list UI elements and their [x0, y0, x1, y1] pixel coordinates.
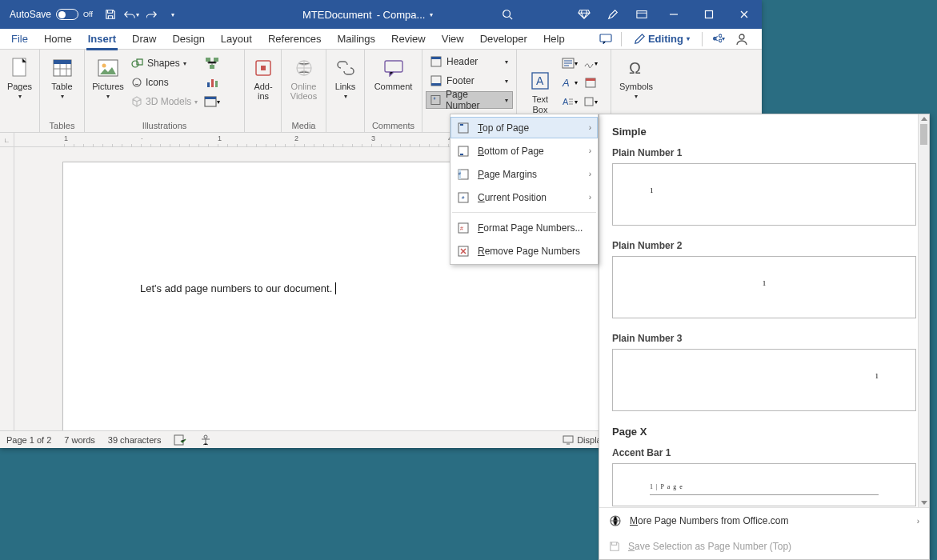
tab-help[interactable]: Help [535, 29, 573, 50]
accessibility-icon[interactable] [199, 434, 212, 446]
table-button[interactable]: Table ▾ [45, 53, 79, 103]
svg-rect-40 [174, 435, 183, 445]
tab-design[interactable]: Design [164, 29, 212, 50]
tab-file[interactable]: File [3, 29, 36, 50]
header-button[interactable]: Header▾ [426, 53, 513, 70]
page-number-button[interactable]: #Page Number▾ [426, 91, 513, 109]
comment-label: Comment [374, 82, 413, 91]
svg-point-41 [204, 435, 207, 438]
gallery-item-plain-number-3[interactable]: 1 [612, 349, 916, 411]
save-icon[interactable] [101, 5, 120, 24]
share-button[interactable]: ▾ [707, 30, 728, 48]
svg-rect-18 [215, 81, 218, 87]
ribbon-options-icon[interactable] [627, 0, 656, 29]
signature-button[interactable]: ▾ [581, 54, 600, 72]
spellcheck-icon[interactable] [174, 434, 186, 446]
status-page[interactable]: Page 1 of 2 [6, 435, 51, 445]
editing-label: Editing [648, 33, 683, 45]
autosave-toggle[interactable]: AutoSave Off [10, 9, 93, 20]
gallery-item-plain-number-2[interactable]: 1 [612, 256, 916, 318]
diamond-icon[interactable] [570, 0, 599, 29]
group-media: Online Videos Media [282, 50, 326, 132]
chevron-down-icon: ▾ [687, 35, 690, 42]
close-button[interactable] [727, 0, 762, 29]
menu-bottom-of-page[interactable]: Bottom of Page › [450, 139, 598, 162]
addins-button[interactable]: Add- ins [250, 53, 277, 104]
wordart-button[interactable]: A▾ [560, 74, 579, 91]
scroll-up-arrow[interactable] [919, 114, 929, 124]
document-title: MTEDocument [302, 9, 372, 21]
minimize-button[interactable] [656, 0, 691, 29]
gallery-scroll[interactable]: Simple Plain Number 1 1 Plain Number 2 1… [599, 114, 929, 507]
object-button[interactable]: ▾ [581, 93, 600, 110]
menu-remove-page-numbers[interactable]: Remove Page Numbers [450, 239, 598, 262]
menu-format-page-numbers[interactable]: # Format Page Numbers... [450, 216, 598, 239]
dropcap-button[interactable]: A▾ [560, 93, 579, 110]
tab-layout[interactable]: Layout [213, 29, 260, 50]
maximize-button[interactable] [691, 0, 727, 29]
datetime-button[interactable] [581, 74, 600, 91]
menu-current-position[interactable]: # Current Position › [450, 186, 598, 209]
status-words[interactable]: 7 words [64, 435, 95, 445]
gallery-item-accent-bar-1[interactable]: 1 | P a g e [612, 463, 916, 506]
account-icon[interactable] [731, 30, 752, 48]
tab-developer[interactable]: Developer [472, 29, 535, 50]
chevron-right-icon: › [589, 146, 591, 155]
chevron-right-icon: › [917, 517, 919, 526]
3d-models-button[interactable]: 3D Models▾ [128, 93, 201, 110]
gallery-item-plain-number-1[interactable]: 1 [612, 163, 916, 226]
tab-home[interactable]: Home [36, 29, 80, 50]
qat-customize[interactable]: ▾ [163, 5, 182, 24]
gallery-item-label: Accent Bar 1 [612, 447, 916, 458]
icons-button[interactable]: Icons [128, 74, 201, 91]
links-button[interactable]: Links ▾ [331, 53, 359, 103]
chevron-right-icon: › [589, 123, 591, 132]
svg-rect-15 [210, 65, 214, 69]
tab-insert[interactable]: Insert [80, 29, 124, 50]
comment-button[interactable]: Comment [370, 53, 417, 94]
pages-button[interactable]: Pages ▾ [5, 53, 34, 103]
pictures-button[interactable]: Pictures ▾ [90, 53, 126, 103]
tab-draw[interactable]: Draw [124, 29, 164, 50]
tab-view[interactable]: View [434, 29, 472, 50]
scroll-down-arrow[interactable] [919, 498, 929, 507]
menu-top-of-page[interactable]: Top of Page › [450, 117, 598, 138]
shapes-button[interactable]: Shapes▾ [128, 54, 201, 72]
header-icon [430, 56, 442, 67]
chart-button[interactable] [202, 74, 222, 91]
chevron-down-icon: ▾ [344, 93, 347, 100]
comments-pane-icon[interactable] [595, 30, 616, 48]
format-icon: # [457, 222, 470, 234]
online-videos-button[interactable]: Online Videos [286, 53, 321, 104]
pictures-icon [96, 56, 120, 80]
tab-selector[interactable]: ∟ [0, 133, 14, 147]
redo-button[interactable] [142, 5, 162, 24]
undo-button[interactable]: ▾ [122, 5, 141, 24]
editing-mode-button[interactable]: Editing ▾ [627, 30, 697, 47]
links-label: Links [335, 82, 356, 91]
tab-references[interactable]: References [260, 29, 329, 50]
chevron-down-icon[interactable]: ▾ [430, 11, 433, 18]
quickparts-button[interactable]: ▾ [560, 54, 579, 72]
svg-rect-16 [207, 82, 210, 87]
search-icon[interactable] [493, 0, 522, 29]
pen-icon[interactable] [599, 0, 627, 29]
svg-rect-2 [706, 11, 713, 18]
footer-button[interactable]: Footer▾ [426, 72, 513, 90]
status-chars[interactable]: 39 characters [108, 435, 162, 445]
scroll-thumb[interactable] [920, 124, 927, 145]
divider [621, 32, 622, 46]
screenshot-button[interactable]: ▾ [202, 93, 222, 110]
ribbon-tabs: File Home Insert Draw Design Layout Refe… [0, 29, 762, 50]
ruler-vertical[interactable] [0, 147, 14, 430]
body-text: Let's add page numbers to our document. [140, 282, 332, 294]
symbols-button[interactable]: Ω Symbols ▾ [616, 53, 656, 103]
tab-review[interactable]: Review [383, 29, 434, 50]
more-from-office-button[interactable]: More Page Numbers from Office.com › [599, 508, 929, 534]
svg-rect-17 [211, 79, 214, 87]
menu-page-margins[interactable]: # Page Margins › [450, 162, 598, 186]
quick-access-toolbar: ▾ ▾ [101, 5, 182, 24]
smartart-button[interactable] [202, 54, 222, 72]
tab-mailings[interactable]: Mailings [329, 29, 383, 50]
scrollbar[interactable] [918, 114, 929, 507]
